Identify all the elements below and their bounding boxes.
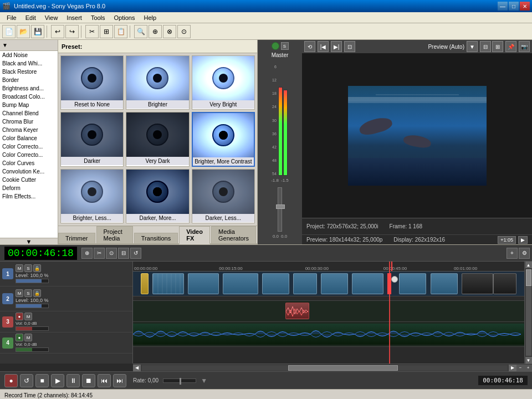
video-clip-1-5[interactable]: [293, 273, 316, 294]
track-3-slider[interactable]: [16, 326, 49, 331]
mixer-solo-btn[interactable]: S: [281, 42, 289, 50]
track-4-record[interactable]: ●: [16, 334, 23, 341]
h-scroll-track[interactable]: [142, 365, 508, 371]
copy-button[interactable]: ⊞: [100, 25, 113, 38]
new-button[interactable]: 📄: [2, 25, 16, 38]
preset-very-dark[interactable]: Very Dark: [126, 112, 189, 167]
preset-darker-less[interactable]: Darker, Less...: [192, 169, 255, 223]
tl-loop[interactable]: ↺: [130, 248, 141, 259]
tab-project-media[interactable]: Project Media: [96, 226, 133, 243]
effect-bump-map[interactable]: Bump Map: [0, 101, 58, 109]
zoom-level-btn[interactable]: +1:05: [498, 236, 516, 244]
effect-channel-blend[interactable]: Channel Blend: [0, 109, 58, 117]
menu-view[interactable]: View: [40, 13, 63, 22]
preset-brighter-more-contrast[interactable]: Brighter, More Contrast: [192, 112, 255, 167]
tl-tool3[interactable]: ⊙: [106, 248, 117, 259]
track-2-lock[interactable]: 🔒: [33, 289, 41, 297]
volume-fader-knob[interactable]: [276, 204, 285, 209]
effect-cookie-cutter[interactable]: Cookie Cutter: [0, 176, 58, 184]
transport-stop2[interactable]: ⏹: [82, 374, 95, 387]
undo-button[interactable]: ↩: [51, 25, 64, 38]
effect-bw[interactable]: Black and Whi...: [0, 59, 58, 68]
track-1-solo[interactable]: S: [24, 264, 32, 272]
minimize-button[interactable]: —: [498, 2, 508, 11]
track-4-slider[interactable]: [16, 347, 49, 352]
effect-border[interactable]: Border: [0, 76, 58, 84]
video-clip-1-4[interactable]: [262, 273, 289, 294]
track-1-mute[interactable]: M: [16, 264, 23, 272]
tl-add-track[interactable]: +: [507, 248, 518, 259]
open-button[interactable]: 📂: [17, 25, 30, 38]
video-clip-1-1[interactable]: [152, 273, 183, 294]
effect-color-curves[interactable]: Color Curves: [0, 159, 58, 167]
preview-end-btn[interactable]: ▶|: [331, 41, 342, 52]
track-2-slider[interactable]: [16, 304, 49, 308]
redo-button[interactable]: ↪: [65, 25, 79, 38]
zoom-out[interactable]: −: [516, 365, 524, 371]
effect-color-correct2[interactable]: Color Correcto...: [0, 151, 58, 159]
h-scroll-thumb[interactable]: [288, 365, 398, 371]
timeline-scrollbar-v[interactable]: ▲ ▼: [524, 262, 532, 364]
scroll-track[interactable]: [526, 269, 531, 356]
preset-reset-to-none[interactable]: Reset to None: [60, 55, 124, 110]
effect-chroma-blur[interactable]: Chroma Blur: [0, 117, 58, 126]
tab-trimmer[interactable]: Trimmer: [58, 233, 95, 243]
preview-capture-btn[interactable]: 📷: [519, 41, 530, 52]
volume-fader-track[interactable]: [278, 187, 282, 232]
scroll-right[interactable]: ▶: [509, 365, 516, 371]
preview-view2[interactable]: ⊞: [492, 41, 503, 52]
video-clip-1-0[interactable]: [141, 273, 149, 294]
cut-button[interactable]: ✂: [85, 25, 99, 38]
transport-loop[interactable]: ↺: [20, 374, 33, 387]
tab-media-generators[interactable]: Media Generators: [211, 226, 256, 243]
track-2-solo[interactable]: S: [24, 289, 32, 297]
transport-pause[interactable]: ⏸: [66, 374, 80, 387]
preset-darker[interactable]: Darker: [60, 112, 124, 167]
video-clip-1-9[interactable]: [431, 273, 458, 294]
tl-snap[interactable]: ⊟: [118, 248, 129, 259]
zoom-in-tl[interactable]: +: [524, 365, 532, 371]
maximize-button[interactable]: □: [509, 2, 519, 11]
effect-color-correct1[interactable]: Color Correcto...: [0, 142, 58, 151]
paste-button[interactable]: 📋: [114, 25, 127, 38]
scroll-left[interactable]: ◀: [133, 365, 141, 371]
effects-list[interactable]: Add Noise Black and Whi... Black Restore…: [0, 51, 58, 238]
tab-video-fx[interactable]: Video FX: [179, 226, 210, 244]
track-4-mute[interactable]: M: [24, 334, 32, 341]
track-1-lock[interactable]: 🔒: [33, 264, 41, 272]
tool2-button[interactable]: ⊗: [163, 25, 176, 38]
preset-brighter[interactable]: Brighter: [126, 55, 189, 110]
rate-slider-knob[interactable]: [180, 378, 181, 385]
tl-tool2[interactable]: ✂: [94, 248, 105, 259]
effect-convolution[interactable]: Convolution Ke...: [0, 167, 58, 176]
effect-chroma-keyer[interactable]: Chroma Keyer: [0, 126, 58, 134]
tool3-button[interactable]: ⊙: [177, 25, 191, 38]
track-2-mute[interactable]: M: [16, 289, 23, 297]
preset-darker-more[interactable]: Darker, More...: [126, 169, 189, 223]
track-row-1[interactable]: [133, 272, 524, 296]
preview-settings-btn[interactable]: ▼: [467, 41, 478, 52]
track-3-record[interactable]: ●: [16, 313, 23, 320]
tool1-button[interactable]: ⊕: [149, 25, 162, 38]
mixer-active-btn[interactable]: [272, 42, 279, 50]
effect-deform[interactable]: Deform: [0, 184, 58, 192]
effect-film-effects[interactable]: Film Effects...: [0, 192, 58, 201]
transport-play[interactable]: ▶: [51, 374, 64, 387]
tab-transitions[interactable]: Transitions: [134, 233, 178, 243]
track-3-mute[interactable]: M: [24, 313, 32, 320]
transport-stop[interactable]: ■: [35, 374, 49, 387]
track-row-3[interactable]: [133, 301, 524, 322]
zoom-fit-btn[interactable]: ▶: [518, 236, 528, 244]
menu-options[interactable]: Options: [110, 13, 140, 22]
menu-tools[interactable]: Tools: [86, 13, 110, 22]
preview-view1[interactable]: ⊟: [480, 41, 491, 52]
video-clip-1-11[interactable]: [493, 273, 516, 294]
scroll-thumb[interactable]: [526, 269, 531, 286]
video-clip-1-3[interactable]: [223, 273, 258, 294]
effect-add-noise[interactable]: Add Noise: [0, 51, 58, 59]
scroll-up[interactable]: ▲: [525, 262, 532, 268]
transport-prev[interactable]: ⏮: [98, 374, 111, 387]
zoom-in-button[interactable]: 🔍: [134, 25, 147, 38]
video-clip-1-6[interactable]: [321, 273, 348, 294]
transport-record[interactable]: ●: [4, 374, 18, 387]
